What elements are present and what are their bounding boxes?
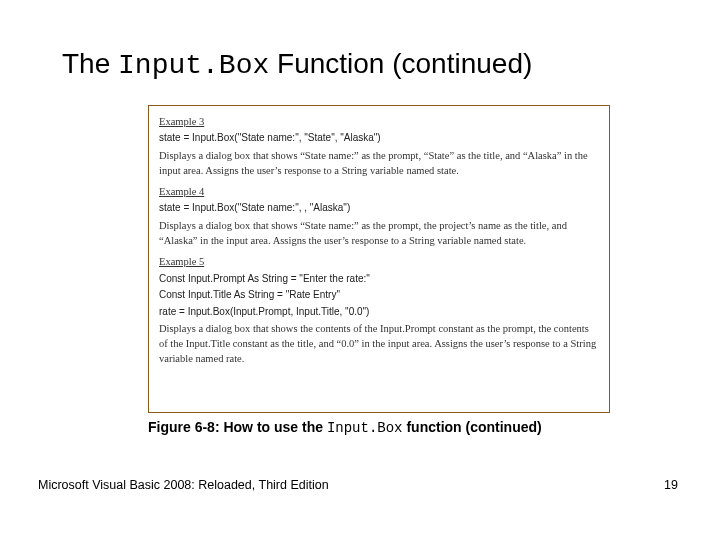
- title-pre: The: [62, 48, 118, 79]
- example-code-line: Const Input.Title As String = "Rate Entr…: [159, 288, 599, 303]
- figure-caption: Figure 6-8: How to use the Input.Box fun…: [148, 418, 568, 438]
- slide: The Input.Box Function (continued) Examp…: [0, 0, 720, 540]
- caption-pre: Figure 6-8: How to use the: [148, 419, 327, 435]
- caption-post: function (continued): [403, 419, 542, 435]
- example-label: Example 5: [159, 254, 599, 269]
- caption-code: Input.Box: [327, 420, 403, 436]
- title-code: Input.Box: [118, 50, 269, 81]
- example-description: Displays a dialog box that shows “State …: [159, 148, 599, 178]
- example-label: Example 4: [159, 184, 599, 199]
- title-post: Function (continued): [269, 48, 532, 79]
- example-code-line: state = Input.Box("State name:", , "Alas…: [159, 201, 599, 216]
- slide-title: The Input.Box Function (continued): [62, 48, 680, 81]
- example-label: Example 3: [159, 114, 599, 129]
- footer-text: Microsoft Visual Basic 2008: Reloaded, T…: [38, 478, 329, 492]
- example-description: Displays a dialog box that shows “State …: [159, 218, 599, 248]
- page-number: 19: [664, 478, 678, 492]
- example-code-line: Const Input.Prompt As String = "Enter th…: [159, 272, 599, 287]
- example-code-line: state = Input.Box("State name:", "State"…: [159, 131, 599, 146]
- figure-box: Example 3 state = Input.Box("State name:…: [148, 105, 610, 413]
- example-code-line: rate = Input.Box(Input.Prompt, Input.Tit…: [159, 305, 599, 320]
- example-description: Displays a dialog box that shows the con…: [159, 321, 599, 367]
